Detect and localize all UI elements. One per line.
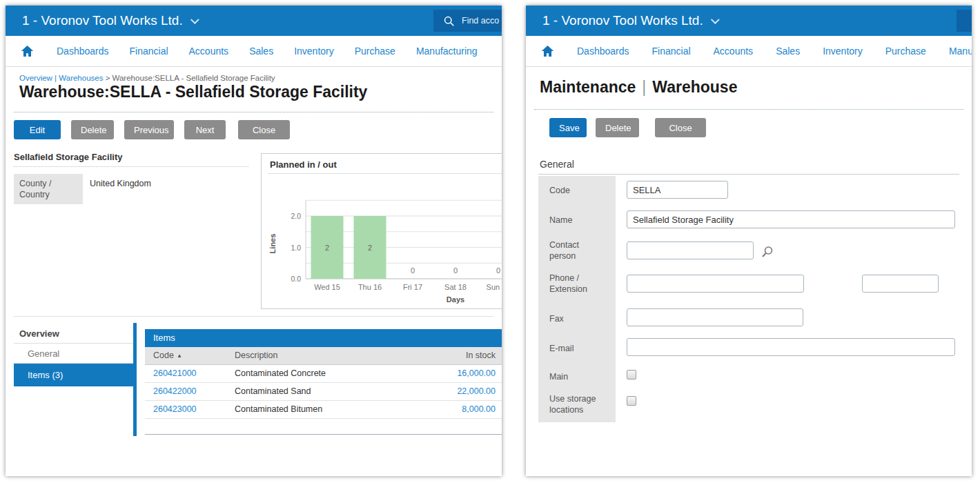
item-description: Contaminated Sand (235, 383, 311, 400)
nav-inventory[interactable]: Inventory (823, 46, 863, 57)
tab-items[interactable]: Items (3) (14, 364, 133, 386)
use-storage-locations-checkbox[interactable] (627, 396, 636, 406)
fax-field[interactable] (627, 308, 803, 326)
table-row: 260421000 Contaminated Concrete 16,000.0… (145, 365, 502, 383)
phone-field[interactable] (627, 275, 804, 293)
action-buttons: Edit Delete Previous Next Close (14, 120, 290, 139)
title-bar: 1 - Voronov Tool Works Ltd. Find acco (6, 6, 502, 36)
form-label-column (538, 176, 616, 422)
item-code-link[interactable]: 260423000 (153, 401, 197, 418)
x-tick-label: Sat 18 (444, 283, 467, 291)
item-code-link[interactable]: 260422000 (153, 383, 197, 400)
items-table-title: Items (145, 329, 502, 347)
home-icon[interactable] (21, 45, 34, 57)
name-field[interactable] (627, 210, 955, 228)
nav-accounts[interactable]: Accounts (189, 46, 229, 57)
county-country-label: County / Country (14, 174, 83, 204)
chevron-down-icon (190, 15, 199, 24)
item-stock-link[interactable]: 16,000.00 (457, 365, 496, 382)
save-button[interactable]: Save (549, 118, 587, 137)
breadcrumb-current: > Warehouse:SELLA - Sellafield Storage F… (103, 74, 275, 82)
column-description[interactable]: Description (235, 347, 278, 364)
edit-button[interactable]: Edit (14, 120, 61, 139)
nav-manufacturing[interactable]: Manufacturing (949, 46, 972, 57)
column-in-stock[interactable]: In stock (466, 347, 496, 364)
main-checkbox[interactable] (627, 370, 636, 379)
name-label: Name (549, 215, 572, 226)
nav-sales[interactable]: Sales (249, 46, 273, 57)
x-axis-label: Days (447, 295, 464, 304)
nav-financial[interactable]: Financial (652, 46, 691, 57)
divider (538, 174, 959, 175)
nav-links: Dashboards Financial Accounts Sales Inve… (577, 46, 972, 57)
search-icon (443, 15, 455, 27)
x-tick-label: Wed 15 (314, 283, 340, 291)
home-icon[interactable] (541, 45, 554, 57)
chevron-down-icon (711, 15, 720, 24)
item-stock-link[interactable]: 22,000.00 (457, 383, 496, 400)
y-tick-label: 0.0 (291, 275, 301, 283)
nav-dashboards[interactable]: Dashboards (57, 46, 109, 57)
tab-general[interactable]: General (14, 344, 133, 364)
breadcrumb-link[interactable]: Overview | Warehouses (19, 74, 103, 82)
y-tick-label: 1.0 (291, 244, 301, 252)
find-accounts-search[interactable] (957, 10, 972, 32)
next-button[interactable]: Next (184, 120, 226, 139)
x-tick-label: Fri 17 (403, 283, 422, 291)
company-name: 1 - Voronov Tool Works Ltd. (542, 13, 703, 28)
window-warehouse-maintenance: 1 - Voronov Tool Works Ltd. Dashboards F… (526, 6, 972, 476)
planned-in-out-bar-chart: 0.01.02.0Lines2Wed 152Thu 160Fri 170Sat … (262, 175, 502, 310)
close-button[interactable]: Close (655, 118, 706, 137)
main-nav: Dashboards Financial Accounts Sales Inve… (526, 36, 972, 67)
window-warehouse-overview: 1 - Voronov Tool Works Ltd. Find acco Da… (6, 6, 502, 476)
nav-links: Dashboards Financial Accounts Sales Inve… (57, 46, 498, 57)
nav-manufacturing[interactable]: Manufacturing (416, 46, 478, 57)
nav-dashboards[interactable]: Dashboards (577, 46, 629, 57)
x-tick-label: Sun 19 (487, 283, 502, 291)
nav-inventory[interactable]: Inventory (294, 46, 334, 57)
breadcrumb: Overview | Warehouses > Warehouse:SELLA … (19, 74, 275, 82)
bar-value-label: 0 (496, 266, 500, 275)
action-buttons: Save Delete Close (549, 118, 706, 137)
page-title: Warehouse:SELLA - Sellafield Storage Fac… (19, 83, 367, 101)
nav-financial[interactable]: Financial (130, 46, 168, 57)
use-storage-locations-label: Use storage locations (549, 393, 596, 415)
column-code[interactable]: Code▲ (153, 347, 182, 364)
y-tick-label: 2.0 (291, 212, 301, 220)
email-field[interactable] (627, 338, 955, 356)
nav-sales[interactable]: Sales (776, 46, 800, 57)
bar-value-label: 2 (368, 244, 372, 252)
selected-tab-indicator (133, 323, 137, 436)
bar-value-label: 2 (325, 244, 329, 252)
nav-accounts[interactable]: Accounts (714, 46, 754, 57)
tab-overview[interactable]: Overview (14, 324, 133, 344)
planned-in-out-chart-panel: Planned in / out 0.01.02.0Lines2Wed 152T… (261, 153, 502, 309)
company-selector[interactable]: 1 - Voronov Tool Works Ltd. (22, 6, 196, 36)
code-field[interactable] (627, 181, 728, 199)
find-accounts-search[interactable]: Find acco (433, 10, 502, 32)
delete-button[interactable]: Delete (596, 118, 639, 137)
company-selector[interactable]: 1 - Voronov Tool Works Ltd. (542, 6, 716, 36)
search-placeholder: Find acco (462, 16, 499, 26)
item-code-link[interactable]: 260421000 (153, 365, 197, 382)
delete-button[interactable]: Delete (71, 120, 114, 139)
nav-purchase[interactable]: Purchase (355, 46, 395, 57)
item-stock-link[interactable]: 8,000.00 (462, 401, 496, 418)
contact-person-field[interactable] (627, 241, 754, 259)
close-button[interactable]: Close (238, 120, 290, 139)
email-label: E-mail (549, 343, 574, 354)
page-title: Maintenance|Warehouse (540, 78, 737, 97)
divider (14, 166, 248, 167)
bar-value-label: 0 (411, 266, 415, 275)
previous-button[interactable]: Previous (124, 120, 174, 139)
divider (268, 173, 502, 174)
lookup-magnifier-icon[interactable] (761, 245, 774, 259)
main-nav: Dashboards Financial Accounts Sales Inve… (6, 36, 502, 67)
extension-field[interactable] (862, 275, 939, 293)
code-label: Code (549, 185, 570, 196)
title-bar: 1 - Voronov Tool Works Ltd. (526, 6, 972, 36)
bar-value-label: 0 (453, 266, 458, 275)
main-label: Main (549, 371, 568, 382)
title-separator: | (636, 78, 652, 96)
nav-purchase[interactable]: Purchase (885, 46, 926, 57)
